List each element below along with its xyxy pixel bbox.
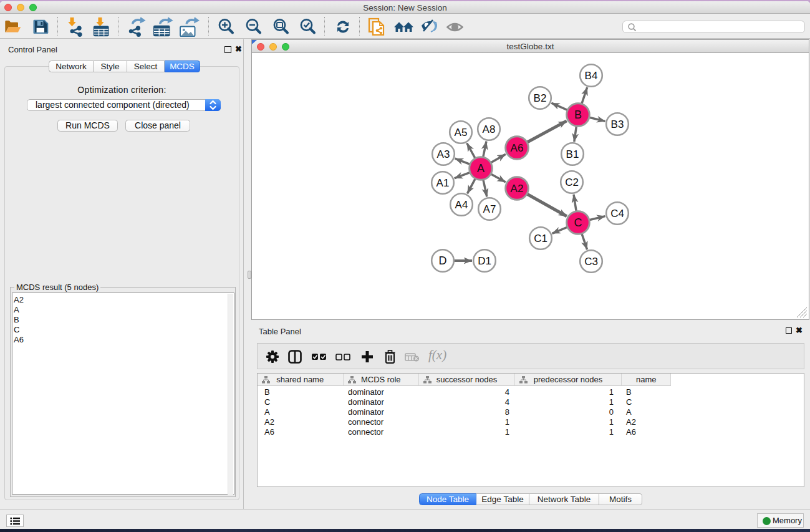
svg-text:B4: B4 (585, 70, 598, 82)
svg-text:A: A (477, 162, 485, 175)
svg-text:C1: C1 (534, 233, 547, 244)
svg-text:C2: C2 (565, 177, 579, 188)
svg-text:A2: A2 (511, 183, 524, 195)
svg-text:A5: A5 (455, 127, 468, 138)
svg-text:B2: B2 (534, 92, 547, 104)
svg-text:D1: D1 (478, 255, 491, 267)
svg-text:D: D (439, 254, 447, 267)
svg-text:A8: A8 (483, 123, 496, 135)
svg-text:B3: B3 (611, 118, 624, 130)
svg-text:B1: B1 (566, 148, 579, 160)
svg-text:C3: C3 (584, 256, 598, 268)
svg-text:A6: A6 (511, 142, 524, 154)
svg-text:A4: A4 (455, 199, 468, 211)
svg-text:A1: A1 (436, 177, 450, 189)
svg-text:C4: C4 (610, 208, 624, 220)
svg-text:B: B (574, 109, 582, 121)
svg-text:C: C (574, 216, 582, 229)
svg-text:A3: A3 (437, 148, 450, 160)
svg-text:A7: A7 (483, 203, 496, 215)
